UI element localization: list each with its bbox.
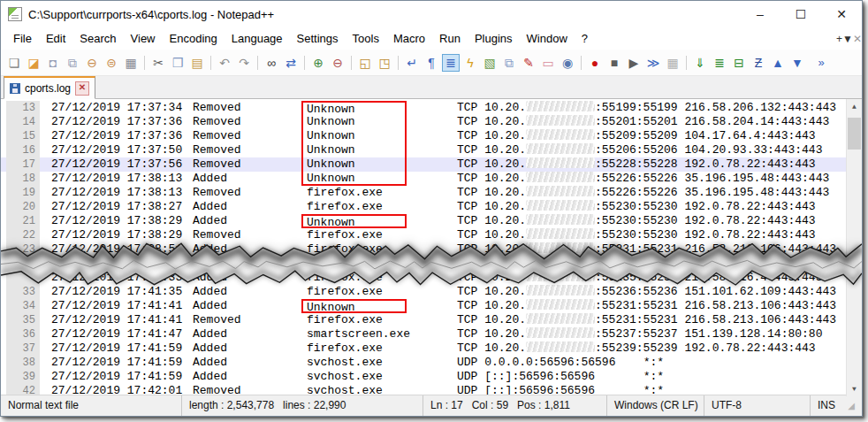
macro-record-icon[interactable]: ●: [586, 54, 604, 72]
menu-plugins[interactable]: Plugins: [468, 32, 520, 45]
text-area[interactable]: 1327/12/2019 17:37:34RemovedUnknownTCP 1…: [1, 99, 862, 396]
connection-details: TCP 10.20.:55237:55237 151.139.128.14:80…: [457, 327, 862, 341]
open-file-icon[interactable]: ◪: [25, 54, 42, 72]
close-button[interactable]: ✕: [821, 1, 862, 27]
run-external-icon[interactable]: ✎: [520, 54, 537, 72]
line-number: 35: [6, 313, 40, 327]
toolbar-overflow-chevron-icon[interactable]: »: [812, 54, 830, 72]
process-column: Unknown: [301, 157, 457, 172]
log-action: Removed: [193, 143, 301, 157]
process-name: svchost.exe: [301, 370, 407, 384]
cut-icon[interactable]: ✂: [149, 54, 167, 72]
redacted-ip-smudge: [526, 115, 595, 126]
saved-file-icon: [10, 83, 20, 94]
redo-icon[interactable]: ↷: [235, 54, 253, 72]
plugin-compare-icon[interactable]: ≣: [711, 54, 728, 72]
next-result-icon[interactable]: ▼: [788, 54, 806, 72]
connection-details: TCP 10.20.:55230:55230 192.0.78.22:443:4…: [457, 200, 862, 214]
title-bar[interactable]: C:\Support\currports-x64\cports.log - No…: [1, 1, 862, 27]
menu-bar: FileEditSearchViewEncodingLanguageSettin…: [1, 27, 862, 50]
log-line: 3727/12/2019 17:41:59Addedfirefox.exeTCP…: [1, 341, 862, 356]
scroll-down-icon[interactable]: ▼: [847, 381, 862, 396]
status-eol-format[interactable]: Windows (CR LF): [607, 395, 704, 416]
connection-details: UDP 0.0.0.0:56596:56596 *:*: [457, 356, 862, 370]
log-action: Added: [193, 271, 301, 285]
indent-guide-icon[interactable]: ≣: [442, 54, 460, 72]
save-all-icon[interactable]: ⧉: [64, 54, 81, 72]
menu-edit[interactable]: Edit: [39, 32, 72, 45]
process-column: firefox.exe: [301, 313, 457, 327]
tab-label: cports.log: [25, 82, 71, 95]
scrollbar-thumb[interactable]: [848, 118, 861, 150]
document-list-icon[interactable]: ⧉: [500, 54, 518, 72]
plugin-nav-icon[interactable]: Ƶ: [750, 54, 767, 72]
connection-details: TCP 10.20.:55239:55239 192.0.78.22:443:4…: [457, 341, 862, 356]
log-timestamp: 27/12/2019 17:37:36: [51, 129, 193, 143]
close-tab-button[interactable]: ✕: [853, 33, 862, 45]
file-monitor-eye-icon[interactable]: ◉: [559, 54, 576, 72]
word-wrap-icon[interactable]: ↵: [403, 54, 421, 72]
sync-horizontal-icon[interactable]: ◳: [376, 54, 393, 72]
show-all-chars-icon[interactable]: ¶: [423, 54, 440, 72]
menu-language[interactable]: Language: [225, 32, 290, 45]
sync-vertical-icon[interactable]: ◱: [356, 54, 374, 72]
new-tab-button[interactable]: +: [836, 33, 842, 45]
tab-cports-log[interactable]: cports.log ✕: [4, 76, 95, 99]
menu-view[interactable]: View: [124, 32, 163, 45]
document-map-icon[interactable]: ▧: [481, 54, 499, 72]
close-file-icon[interactable]: ⊖: [83, 54, 101, 72]
menu-search[interactable]: Search: [72, 32, 123, 45]
maximize-button[interactable]: ☐: [780, 1, 821, 27]
plugin-convert-icon[interactable]: ⇓: [691, 54, 709, 72]
macro-save-icon[interactable]: ▦: [664, 54, 681, 72]
vertical-scrollbar[interactable]: ▲ ▼: [846, 99, 862, 396]
macro-play-icon[interactable]: ▶: [625, 54, 643, 72]
status-insert-mode[interactable]: INS: [818, 395, 835, 416]
folder-workspace-icon[interactable]: ▭: [539, 54, 557, 72]
prev-result-icon[interactable]: ▲: [769, 54, 787, 72]
status-encoding[interactable]: UTF-8: [704, 395, 811, 416]
process-name: firefox.exe: [301, 271, 407, 285]
tab-close-icon[interactable]: ✕: [75, 81, 89, 96]
menu-encoding[interactable]: Encoding: [163, 32, 225, 45]
tab-list-button[interactable]: ▼: [842, 33, 853, 45]
redacted-ip-smudge: [526, 157, 595, 168]
menu-run[interactable]: Run: [432, 32, 468, 45]
paste-icon[interactable]: ▤: [188, 54, 206, 72]
redacted-ip-smudge: [526, 271, 595, 281]
macro-run-multi-icon[interactable]: ≫: [644, 54, 662, 72]
replace-icon[interactable]: ⇄: [282, 54, 300, 72]
close-all-icon[interactable]: ⊜: [103, 54, 120, 72]
torn-paper-gap: [1, 257, 862, 271]
minimize-button[interactable]: –: [740, 1, 780, 27]
function-list-icon[interactable]: ϟ: [461, 54, 479, 72]
log-timestamp: 27/12/2019 17:38:51: [51, 242, 193, 257]
menu-file[interactable]: File: [6, 32, 39, 45]
zoom-out-icon[interactable]: ⊖: [329, 54, 346, 72]
macro-stop-icon[interactable]: ■: [605, 54, 623, 72]
print-icon[interactable]: ▦: [122, 54, 140, 72]
process-column: smartscreen.exe: [301, 327, 457, 341]
resize-grip-icon[interactable]: ◢: [848, 395, 855, 416]
scroll-up-icon[interactable]: ▲: [847, 99, 862, 114]
plugin-compare-clear-icon[interactable]: ⊟: [730, 54, 748, 72]
connection-details: TCP 10.20.:55226:55226 35.196.195.48:443…: [457, 186, 862, 200]
log-timestamp: 27/12/2019 17:38:29: [51, 214, 193, 228]
line-number: 19: [6, 186, 40, 200]
menu-tools[interactable]: Tools: [346, 32, 386, 45]
find-icon[interactable]: ∞: [263, 54, 280, 72]
new-file-icon[interactable]: ❏: [5, 54, 23, 72]
copy-icon[interactable]: ❒: [169, 54, 187, 72]
menu-window[interactable]: Window: [520, 32, 575, 45]
process-name: firefox.exe: [301, 313, 407, 327]
log-action: Added: [193, 341, 301, 356]
log-action: Added: [193, 242, 301, 257]
menu-settings[interactable]: Settings: [290, 32, 346, 45]
menu-help[interactable]: ?: [575, 32, 595, 45]
undo-icon[interactable]: ↶: [216, 54, 233, 72]
toolbar-separator: [304, 56, 305, 70]
redacted-ip-smudge: [526, 129, 595, 140]
zoom-in-icon[interactable]: ⊕: [309, 54, 327, 72]
menu-macro[interactable]: Macro: [386, 32, 432, 45]
save-icon[interactable]: ◘: [44, 54, 62, 72]
